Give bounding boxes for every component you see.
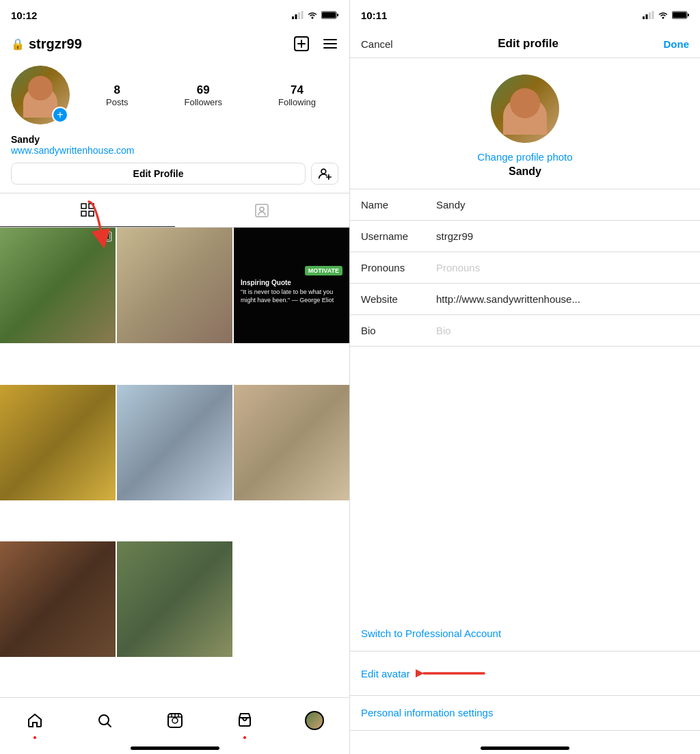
field-username[interactable]: Username strgzr99 <box>350 221 700 252</box>
svg-point-4 <box>312 17 314 19</box>
nav-home[interactable] <box>0 703 70 738</box>
tab-tagged[interactable] <box>175 193 350 227</box>
shop-icon <box>237 712 253 729</box>
right-bottom <box>350 731 700 754</box>
tab-grid[interactable] <box>0 193 175 227</box>
tab-bar <box>0 193 349 228</box>
svg-point-22 <box>260 207 264 211</box>
status-bar-right: 10:11 <box>350 0 700 30</box>
svg-rect-21 <box>256 204 268 217</box>
add-photo-btn[interactable]: + <box>52 107 68 123</box>
photo-cell-3[interactable]: MOTIVATE Inspiring Quote "It is never to… <box>234 228 349 343</box>
svg-point-38 <box>662 17 664 19</box>
nav-profile[interactable] <box>280 703 349 738</box>
edit-profile-header: Cancel Edit profile Done <box>350 30 700 58</box>
svg-rect-35 <box>646 14 648 19</box>
photo-cell-7[interactable] <box>0 541 116 657</box>
photo-cell-1[interactable] <box>0 228 116 343</box>
username-label: Username <box>361 230 436 242</box>
personal-info-link[interactable]: Personal information settings <box>361 707 493 718</box>
home-indicator-right <box>481 746 569 750</box>
website-value[interactable]: http://www.sandywrittenhouse... <box>436 293 689 305</box>
done-button[interactable]: Done <box>663 38 689 50</box>
cancel-button[interactable]: Cancel <box>361 38 393 50</box>
following-count: 74 <box>291 83 304 97</box>
action-links: Switch to Professional Account Edit avat… <box>350 617 700 731</box>
pronouns-placeholder[interactable]: Pronouns <box>436 262 689 273</box>
time-left: 10:12 <box>11 10 37 21</box>
username-value[interactable]: strgzr99 <box>436 230 689 242</box>
nav-reels[interactable] <box>139 703 209 738</box>
edit-avatar-arrow <box>416 662 491 684</box>
username-title: 🔒 strgzr99 <box>11 36 82 52</box>
svg-rect-41 <box>688 14 689 16</box>
add-person-icon <box>318 167 332 180</box>
change-photo-button[interactable]: Change profile photo <box>477 151 572 163</box>
photo-cell-5[interactable] <box>117 385 232 500</box>
right-panel: 10:11 Cancel Edit profile Done <box>350 0 700 754</box>
edit-profile-button[interactable]: Edit Profile <box>11 163 306 185</box>
following-label: Following <box>278 97 316 107</box>
status-icons-left <box>292 11 338 19</box>
photo-cell-6[interactable] <box>234 385 349 500</box>
posts-stat[interactable]: 8 Posts <box>106 83 129 107</box>
wifi-icon <box>307 11 318 19</box>
user-website[interactable]: www.sandywrittenhouse.com <box>11 145 338 156</box>
stats-container: 8 Posts 69 Followers 74 Following <box>83 83 338 107</box>
switch-professional-row[interactable]: Switch to Professional Account <box>350 617 700 651</box>
profile-photo-section: Change profile photo Sandy <box>350 58 700 189</box>
svg-rect-36 <box>649 12 651 19</box>
svg-rect-37 <box>652 11 654 19</box>
switch-professional-link[interactable]: Switch to Professional Account <box>361 628 501 639</box>
photo-cell-2[interactable] <box>117 228 232 343</box>
nav-search[interactable] <box>70 703 139 738</box>
home-dot <box>33 736 36 739</box>
field-bio[interactable]: Bio Bio <box>350 315 700 347</box>
field-website[interactable]: Website http://www.sandywrittenhouse... <box>350 284 700 315</box>
svg-rect-17 <box>81 204 86 208</box>
following-stat[interactable]: 74 Following <box>278 83 316 107</box>
status-bar-left: 10:12 <box>0 0 349 30</box>
svg-point-14 <box>321 169 326 174</box>
followers-stat[interactable]: 69 Followers <box>184 83 222 107</box>
website-label: Website <box>361 293 436 305</box>
right-avatar[interactable] <box>491 75 559 143</box>
left-panel: 10:12 🔒 strgzr99 <box>0 0 350 754</box>
svg-rect-34 <box>643 16 645 19</box>
svg-rect-3 <box>301 11 304 19</box>
pronouns-label: Pronouns <box>361 262 436 273</box>
user-name: Sandy <box>11 134 338 145</box>
photo-cell-4[interactable] <box>0 385 116 500</box>
user-info: Sandy www.sandywrittenhouse.com <box>0 133 349 163</box>
svg-point-28 <box>172 718 178 723</box>
nav-shop[interactable] <box>210 703 280 738</box>
shop-dot <box>243 736 246 739</box>
grid-icon <box>79 202 96 218</box>
motivate-tag: MOTIVATE <box>305 266 342 275</box>
edit-avatar-row[interactable]: Edit avatar <box>350 651 700 696</box>
add-post-icon[interactable] <box>293 36 310 52</box>
add-person-button[interactable] <box>311 163 338 185</box>
motivate-quote: "It is never too late to be what you mig… <box>241 288 342 304</box>
tag-icon <box>254 202 270 219</box>
status-icons-right <box>643 11 689 19</box>
home-indicator-left <box>131 746 219 750</box>
avatar-container[interactable]: + <box>11 66 70 124</box>
field-pronouns[interactable]: Pronouns Pronouns <box>350 252 700 284</box>
form-fields: Name Sandy Username strgzr99 Pronouns Pr… <box>350 189 700 617</box>
bio-placeholder[interactable]: Bio <box>436 325 689 336</box>
personal-info-row[interactable]: Personal information settings <box>350 696 700 731</box>
lock-icon: 🔒 <box>11 38 25 51</box>
time-right: 10:11 <box>361 10 387 21</box>
multi-photo-icon <box>100 230 113 243</box>
name-value[interactable]: Sandy <box>436 199 689 211</box>
edit-avatar-link[interactable]: Edit avatar <box>361 668 410 679</box>
photo-cell-8[interactable] <box>117 541 232 657</box>
svg-line-26 <box>108 724 111 727</box>
wifi-icon-right <box>658 11 669 19</box>
top-bar-icons[interactable] <box>293 36 338 52</box>
field-name[interactable]: Name Sandy <box>350 189 700 221</box>
battery-icon <box>321 11 338 19</box>
edit-profile-title: Edit profile <box>498 37 558 51</box>
menu-icon[interactable] <box>322 36 338 52</box>
